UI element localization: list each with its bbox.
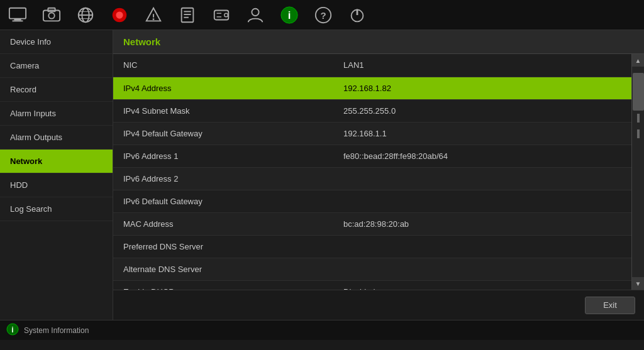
scroll-thumb[interactable] [633, 73, 644, 111]
power-toolbar-icon[interactable] [346, 4, 369, 26]
table-cell-value: bc:ad:28:98:20:ab [333, 212, 631, 235]
table-row[interactable]: IPv6 Address 1fe80::bead:28ff:fe98:20ab/… [113, 145, 631, 167]
account-toolbar-icon[interactable] [244, 4, 267, 26]
scrollbar: ▲ ▼ [631, 54, 644, 290]
svg-text:i: i [11, 325, 13, 334]
content-panel: Network NICLAN1IPv4 Address192.168.1.82I… [113, 30, 644, 320]
table-cell-value [333, 190, 631, 212]
table-cell-field: IPv4 Subnet Mask [113, 99, 333, 122]
table-row[interactable]: IPv4 Default Gateway192.168.1.1 [113, 122, 631, 145]
table-container: NICLAN1IPv4 Address192.168.1.82IPv4 Subn… [113, 54, 644, 290]
scroll-up-button[interactable]: ▲ [632, 54, 645, 67]
network-toolbar-icon[interactable] [74, 4, 97, 26]
svg-rect-2 [13, 20, 23, 21]
status-bar: i System Information [0, 320, 644, 340]
svg-point-12 [116, 11, 123, 18]
table-cell-value: fe80::bead:28ff:fe98:20ab/64 [333, 145, 631, 167]
sidebar-item-alarm-outputs[interactable]: Alarm Outputs [0, 126, 113, 150]
svg-rect-0 [9, 8, 26, 18]
table-cell-value: 192.168.1.82 [333, 77, 631, 99]
table-row[interactable]: IPv6 Default Gateway [113, 190, 631, 212]
alarm-toolbar-icon[interactable] [142, 4, 165, 26]
table-cell-value [333, 258, 631, 280]
table-cell-field: Enable DHCP [113, 280, 333, 290]
main-area: Device Info Camera Record Alarm Inputs A… [0, 30, 644, 320]
status-text: System Information [24, 326, 89, 335]
svg-point-24 [252, 8, 258, 15]
exit-button[interactable]: Exit [585, 297, 635, 314]
bottom-bar: Exit [113, 290, 644, 320]
scroll-track [632, 67, 644, 277]
svg-point-15 [153, 18, 155, 20]
table-row[interactable]: Enable DHCPDisabled [113, 280, 631, 290]
table-row[interactable]: IPv6 Address 2 [113, 167, 631, 190]
table-cell-value [333, 167, 631, 190]
info-toolbar-icon[interactable]: i [278, 4, 301, 26]
table-cell-field: IPv6 Address 1 [113, 145, 333, 167]
sidebar-item-hdd[interactable]: HDD [0, 173, 113, 197]
sidebar: Device Info Camera Record Alarm Inputs A… [0, 30, 113, 320]
status-info-icon: i [6, 323, 19, 337]
record-toolbar-icon[interactable] [108, 4, 131, 26]
svg-rect-1 [14, 18, 21, 20]
table-cell-value: Disabled [333, 280, 631, 290]
svg-rect-20 [214, 10, 229, 19]
content-title: Network [123, 36, 160, 47]
table-cell-value: 192.168.1.1 [333, 122, 631, 145]
camera-icon[interactable] [40, 4, 63, 26]
table-row[interactable]: Preferred DNS Server [113, 235, 631, 258]
svg-text:?: ? [320, 9, 326, 20]
table-cell-field: MAC Address [113, 212, 333, 235]
table-cell-field: Alternate DNS Server [113, 258, 333, 280]
network-table: NICLAN1IPv4 Address192.168.1.82IPv4 Subn… [113, 54, 631, 290]
table-cell-field: NIC [113, 54, 333, 77]
table-cell-field: IPv6 Address 2 [113, 167, 333, 190]
sidebar-item-network[interactable]: Network [0, 150, 113, 173]
table-row[interactable]: IPv4 Subnet Mask255.255.255.0 [113, 99, 631, 122]
table-cell-field: IPv4 Default Gateway [113, 122, 333, 145]
scroll-down-button[interactable]: ▼ [632, 277, 645, 290]
svg-point-21 [225, 13, 228, 17]
table-cell-value: LAN1 [333, 54, 631, 77]
sidebar-item-camera[interactable]: Camera [0, 54, 113, 78]
help-toolbar-icon[interactable]: ? [312, 4, 335, 26]
svg-text:i: i [288, 9, 291, 21]
table-row[interactable]: NICLAN1 [113, 54, 631, 77]
table-row[interactable]: IPv4 Address192.168.1.82 [113, 77, 631, 99]
toolbar: i ? [0, 0, 644, 30]
sidebar-item-record[interactable]: Record [0, 78, 113, 102]
sidebar-item-log-search[interactable]: Log Search [0, 197, 113, 221]
storage-toolbar-icon[interactable] [210, 4, 233, 26]
display-icon[interactable] [6, 4, 29, 26]
table-cell-field: Preferred DNS Server [113, 235, 333, 258]
table-cell-value [333, 235, 631, 258]
content-header: Network [113, 30, 644, 54]
table-row[interactable]: Alternate DNS Server [113, 258, 631, 280]
sidebar-item-device-info[interactable]: Device Info [0, 30, 113, 54]
table-row[interactable]: MAC Addressbc:ad:28:98:20:ab [113, 212, 631, 235]
sidebar-item-alarm-inputs[interactable]: Alarm Inputs [0, 102, 113, 126]
table-cell-value: 255.255.255.0 [333, 99, 631, 122]
device-toolbar-icon[interactable] [176, 4, 199, 26]
table-cell-field: IPv4 Address [113, 77, 333, 99]
svg-point-4 [48, 13, 54, 18]
network-table-scroll[interactable]: NICLAN1IPv4 Address192.168.1.82IPv4 Subn… [113, 54, 631, 290]
table-cell-field: IPv6 Default Gateway [113, 190, 333, 212]
